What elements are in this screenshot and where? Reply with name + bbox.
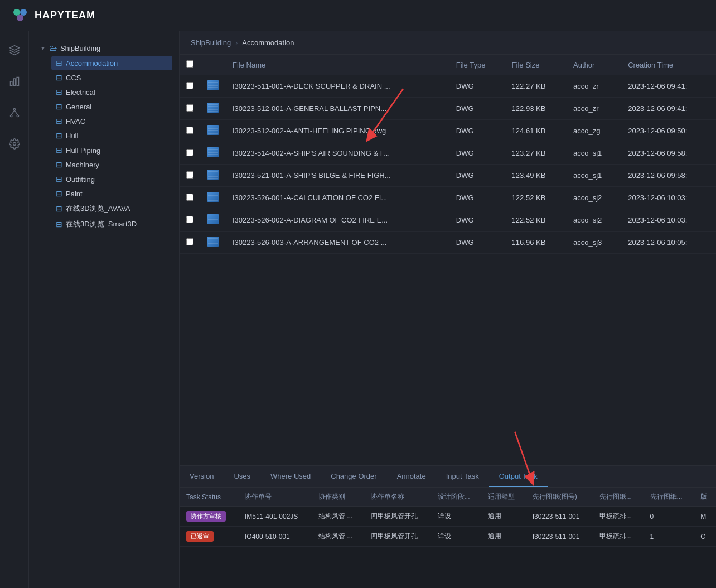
sidebar-item-general[interactable]: ⊟ General: [51, 99, 172, 114]
table-row[interactable]: I30223-512-001-A-GENERAL BALLAST PIPN...…: [180, 98, 716, 120]
table-row[interactable]: I30223-514-002-A-SHIP'S AIR SOUNDING & F…: [180, 142, 716, 165]
row-checkbox-6[interactable]: [186, 216, 193, 223]
breadcrumb-root[interactable]: ShipBuilding: [191, 38, 231, 47]
tab-annotate[interactable]: Annotate: [387, 466, 436, 487]
row-icon-cell: [200, 142, 226, 165]
logo: HAPYTEAM: [11, 7, 95, 25]
row-filetype-2: DWG: [449, 120, 505, 142]
folder-icon-11: ⊟: [56, 220, 62, 229]
sidebar-root-item[interactable]: ▼ 🗁 ShipBuilding: [36, 40, 172, 56]
sidebar-label-9: Paint: [66, 190, 83, 198]
sidebar: ▼ 🗁 ShipBuilding ⊟ Accommodation ⊟ CCS ⊟…: [29, 31, 180, 588]
chart-icon[interactable]: [4, 71, 25, 91]
table-row[interactable]: I30223-526-003-A-ARRANGEMENT OF CO2 ... …: [180, 232, 716, 254]
bottom-col-task-status: Task Status: [180, 488, 238, 507]
sidebar-label-10: 在线3D浏览_AVAVA: [66, 204, 130, 214]
row-filesize-2: 124.61 KB: [505, 120, 567, 142]
row-checkbox-1[interactable]: [186, 104, 193, 112]
network-icon[interactable]: [4, 103, 25, 123]
table-row[interactable]: I30223-512-002-A-ANTI-HEELING PIPING.dwg…: [180, 120, 716, 142]
row-filename-4: I30223-521-001-A-SHIP'S BILGE & FIRE FIG…: [226, 165, 449, 187]
row-checkbox-2[interactable]: [186, 127, 193, 134]
sidebar-item-outfitting[interactable]: ⊟ Outfitting: [51, 172, 172, 186]
row-filesize-3: 123.27 KB: [505, 142, 567, 165]
svg-rect-3: [10, 81, 12, 86]
bottom-col5-1: 详设: [431, 527, 482, 547]
row-author-2: acco_zg: [567, 120, 621, 142]
sidebar-children: ⊟ Accommodation ⊟ CCS ⊟ Electrical ⊟ Gen…: [36, 56, 172, 232]
bottom-table-row[interactable]: 协作方审核 IM511-401-002JS 结构风管 ... 四甲板风管开孔 详…: [180, 507, 716, 527]
bottom-col-col7: 先行图纸(图号): [526, 488, 593, 507]
tab-input-task[interactable]: Input Task: [436, 466, 489, 487]
folder-icon-7: ⊟: [56, 160, 62, 169]
row-filetype-6: DWG: [449, 209, 505, 232]
col-header-author: Author: [567, 55, 621, 75]
sidebar-item-paint[interactable]: ⊟ Paint: [51, 186, 172, 201]
bottom-col-col5: 设计阶段...: [431, 488, 482, 507]
row-checkbox-7[interactable]: [186, 238, 193, 245]
select-all-checkbox[interactable]: [186, 60, 193, 68]
sidebar-label-6: Hull Piping: [66, 146, 100, 155]
sidebar-item-electrical[interactable]: ⊟ Electrical: [51, 85, 172, 99]
svg-point-2: [17, 15, 23, 21]
tab-version[interactable]: Version: [180, 466, 224, 487]
tab-change-order[interactable]: Change Order: [321, 466, 386, 487]
bottom-status-0: 协作方审核: [180, 507, 238, 527]
sidebar-item-accommodation[interactable]: ⊟ Accommodation: [51, 56, 172, 70]
sidebar-item-ccs[interactable]: ⊟ CCS: [51, 70, 172, 85]
row-author-0: acco_zr: [567, 75, 621, 98]
bottom-col8-0: 甲板疏排...: [593, 507, 644, 527]
row-checkbox-5[interactable]: [186, 194, 193, 201]
row-checkbox-0[interactable]: [186, 82, 193, 89]
breadcrumb: ShipBuilding › Accommodation: [180, 31, 716, 55]
row-created-7: 2023-12-06 10:05:: [621, 232, 716, 254]
sidebar-item-hull-piping[interactable]: ⊟ Hull Piping: [51, 143, 172, 157]
svg-point-7: [10, 115, 12, 117]
tab-where-used[interactable]: Where Used: [260, 466, 321, 487]
svg-point-1: [20, 9, 27, 16]
row-filetype-0: DWG: [449, 75, 505, 98]
row-filetype-3: DWG: [449, 142, 505, 165]
tab-uses[interactable]: Uses: [224, 466, 260, 487]
row-checkbox-3[interactable]: [186, 149, 193, 156]
bottom-col-col4: 协作单名称: [364, 488, 430, 507]
row-filename-6: I30223-526-002-A-DIAGRAM OF CO2 FIRE E..…: [226, 209, 449, 232]
file-icon-3: [207, 147, 219, 157]
layers-icon[interactable]: [4, 40, 25, 60]
sidebar-item-hull[interactable]: ⊟ Hull: [51, 128, 172, 143]
sidebar-root-label: ShipBuilding: [60, 44, 100, 52]
bottom-col-col2: 协作单号: [238, 488, 312, 507]
table-row[interactable]: I30223-521-001-A-SHIP'S BILGE & FIRE FIG…: [180, 165, 716, 187]
bottom-col7-1: I30223-511-001: [526, 527, 593, 547]
folder-icon-8: ⊟: [56, 175, 62, 184]
col-header-creation: Creation Time: [621, 55, 716, 75]
folder-icon-10: ⊟: [56, 204, 62, 213]
row-created-5: 2023-12-06 10:03:: [621, 187, 716, 209]
col-header-filetype: File Type: [449, 55, 505, 75]
file-icon-6: [207, 214, 219, 224]
sidebar-item-smart3d[interactable]: ⊟ 在线3D浏览_Smart3D: [51, 216, 172, 232]
row-filesize-1: 122.93 KB: [505, 98, 567, 120]
sidebar-item-machinery[interactable]: ⊟ Machinery: [51, 157, 172, 172]
table-row[interactable]: I30223-511-001-A-DECK SCUPPER & DRAIN ..…: [180, 75, 716, 98]
row-filetype-5: DWG: [449, 187, 505, 209]
logo-icon: [11, 7, 29, 25]
file-icon-0: [207, 80, 219, 90]
bottom-table-body: 协作方审核 IM511-401-002JS 结构风管 ... 四甲板风管开孔 详…: [180, 507, 716, 547]
settings-icon[interactable]: [4, 134, 25, 154]
bottom-col-col8: 先行图纸...: [593, 488, 644, 507]
row-filesize-5: 122.52 KB: [505, 187, 567, 209]
table-row[interactable]: I30223-526-002-A-DIAGRAM OF CO2 FIRE E..…: [180, 209, 716, 232]
bottom-table-row[interactable]: 已返审 IO400-510-001 结构风管 ... 四甲板风管开孔 详设 通用…: [180, 527, 716, 547]
row-checkbox-4[interactable]: [186, 171, 193, 179]
row-created-3: 2023-12-06 09:58:: [621, 142, 716, 165]
sidebar-item-hvac[interactable]: ⊟ HVAC: [51, 114, 172, 128]
table-row[interactable]: I30223-526-001-A-CALCULATION OF CO2 FI..…: [180, 187, 716, 209]
sidebar-label-5: Hull: [66, 132, 78, 140]
svg-point-11: [13, 143, 16, 146]
tab-output-task[interactable]: Output Task: [489, 466, 548, 487]
sidebar-item-avava[interactable]: ⊟ 在线3D浏览_AVAVA: [51, 201, 172, 216]
bottom-col2-1: IO400-510-001: [238, 527, 312, 547]
folder-icon-5: ⊟: [56, 131, 62, 140]
bottom-col-col9: 先行图纸...: [644, 488, 694, 507]
